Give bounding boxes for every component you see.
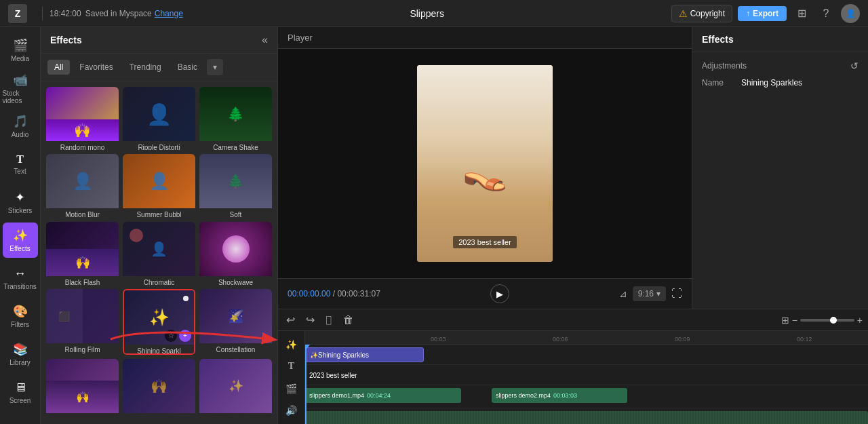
zoom-in-icon[interactable]: ⊞ [781,315,789,326]
collapse-button[interactable]: « [262,34,268,46]
warning-icon: ⚠ [679,8,688,19]
avatar[interactable]: 👤 [841,4,860,23]
split-button[interactable]: ⌷ [323,313,335,328]
track-label-effect-icon: ✨ [278,339,304,350]
effect-shining-sparkles[interactable]: ✨ ☆ + Shining Sparkl [123,289,195,355]
effect-purple2[interactable]: 🙌 [123,359,195,419]
delete-button[interactable]: 🗑 [340,313,357,328]
zoom-out-button[interactable]: − [792,315,797,326]
sidebar-item-library[interactable]: 📚 Library [3,336,38,372]
track-label-video-icon: 🎬 [278,383,304,394]
play-button[interactable]: ▶ [490,284,509,303]
star-icon[interactable]: ☆ [165,330,177,342]
undo-button[interactable]: ↩ [283,312,298,328]
effect-thumb-shockwave [199,222,272,276]
stock-videos-icon: 📹 [13,73,28,88]
sidebar-item-stock-videos[interactable]: 📹 Stock videos [3,71,38,106]
tiktok-icon-button[interactable]: ⊿ [619,288,627,299]
effect-thumb-purple1: 🙌 [46,359,119,413]
effect-purple3[interactable]: ✨ [199,359,272,419]
effect-purple1[interactable]: 🙌 [46,359,119,419]
sidebar-item-filters[interactable]: 🎨 Filters [3,298,38,334]
text-track-item[interactable]: 2023 best seller [305,368,414,383]
effect-name-random-mono: Random mono [46,141,119,150]
copyright-button[interactable]: ⚠ Copyright [671,5,732,22]
name-row: Name Shining Sparkles [702,78,859,88]
audio-waveform [305,411,868,424]
effect-constellation[interactable]: 🌠 Constellation [199,289,272,355]
timeline-area: ↩ ↪ ⌷ 🗑 ⊞ − + ✨ T 🎬 [278,309,868,424]
player-area: Player 👡 2023 best seller [278,27,692,309]
logo[interactable]: Z [8,4,27,23]
player-header: Player [278,27,692,49]
video-overlay-text: 2023 best seller [453,236,517,248]
tab-basic[interactable]: Basic [171,60,204,75]
effect-camera-shake[interactable]: 🌲 Camera Shake [199,87,272,150]
player-right: Player 👡 2023 best seller [278,27,868,309]
track-label-audio-icon[interactable]: 🔊 [278,405,304,416]
filter-tabs: All Favorites Trending Basic ▾ [41,54,277,81]
zoom-in-button[interactable]: + [857,315,863,326]
effect-name-camera: Camera Shake [199,141,272,150]
sidebar-item-media[interactable]: 🎬 Media [3,33,38,68]
timeline-toolbar: ↩ ↪ ⌷ 🗑 ⊞ − + [278,309,868,331]
video-track-2[interactable]: slippers demo2.mp4 00:03:03 [492,388,627,403]
aspect-ratio-button[interactable]: 9:16 ▾ [633,286,666,301]
effect-thumb-summer: 👤 [123,154,195,208]
fullscreen-button[interactable]: ⛶ [671,288,682,300]
effect-motion-blur[interactable]: 👤 Motion Blur [46,154,119,217]
effects-panel: Effects « All Favorites Trending Basic ▾… [41,27,278,424]
ruler-mark-9: 00:09 [675,336,690,343]
ruler-mark-3: 00:03 [431,336,446,343]
change-link[interactable]: Change [155,9,183,18]
player-content: 👡 2023 best seller [278,49,692,278]
project-title: Slippers [183,8,671,19]
video2-duration: 00:03:03 [553,392,577,399]
effect-thumb-motion: 👤 [46,154,119,208]
zoom-handle [830,317,837,324]
effect-random-mono[interactable]: 🙌 Random mono [46,87,119,150]
transitions-icon: ↔ [14,267,26,281]
tab-trending[interactable]: Trending [123,60,168,75]
sidebar-item-screen[interactable]: 🖥 Screen [3,374,38,410]
sidebar-item-effects[interactable]: ✨ Effects [3,223,38,258]
effect-ripple[interactable]: 👤 Ripple Distorti [123,87,195,150]
sidebar-item-text[interactable]: T Text [3,147,38,182]
layout-icon[interactable]: ⊞ [792,4,811,23]
sidebar-item-audio[interactable]: 🎵 Audio [3,109,38,144]
effect-thumb-random-mono: 🙌 [46,87,119,141]
effect-rolling-film[interactable]: ⬛ Rolling Film [46,289,119,355]
tab-favorites[interactable]: Favorites [73,60,119,75]
zoom-slider[interactable] [800,319,854,322]
export-button[interactable]: ↑ Export [738,6,787,21]
help-icon[interactable]: ? [816,4,835,23]
effect-name-chromatic: Chromatic [123,276,195,285]
redo-button[interactable]: ↪ [303,312,317,328]
media-icon: 🎬 [13,38,28,53]
effect-name-motion: Motion Blur [46,208,119,217]
view-controls: ⊿ 9:16 ▾ ⛶ [619,286,682,301]
track-labels: ✨ T 🎬 🔊 [278,331,305,424]
effects-panel-title: Effects [50,35,82,45]
video2-name: slippers demo2.mp4 [496,392,551,399]
timeline-content: ✨ T 🎬 🔊 00:03 00:06 00:09 00:12 [278,331,868,424]
effect-shockwave[interactable]: Shockwave [199,222,272,285]
effects-panel-header: Effects « [41,27,277,54]
effect-black-flash[interactable]: 🙌 Black Flash [46,222,119,285]
left-sidebar: 🎬 Media 📹 Stock videos 🎵 Audio T Text ✦ … [0,27,41,424]
timeline-zoom: ⊞ − + [781,315,863,326]
sidebar-item-transitions[interactable]: ↔ Transitions [3,261,38,296]
tab-all[interactable]: All [47,60,70,75]
effect-chromatic[interactable]: 👤 Chromatic [123,222,195,285]
reset-icon[interactable]: ↺ [850,60,859,71]
sidebar-item-stickers[interactable]: ✦ Stickers [3,185,38,220]
effect-summer-bubble[interactable]: 👤 Summer Bubbl [123,154,195,217]
audio-track-row [305,408,868,424]
tab-more[interactable]: ▾ [207,59,223,75]
shining-sparkles-track[interactable]: ✨ Shining Sparkles [305,347,424,362]
effect-name-summer: Summer Bubbl [123,208,195,217]
track-sparkles-icon: ✨ [310,351,318,359]
effect-soft[interactable]: 🌲 Soft [199,154,272,217]
video-track-1[interactable]: slippers demo1.mp4 00:04:24 [305,388,461,403]
add-icon[interactable]: + [179,330,191,342]
